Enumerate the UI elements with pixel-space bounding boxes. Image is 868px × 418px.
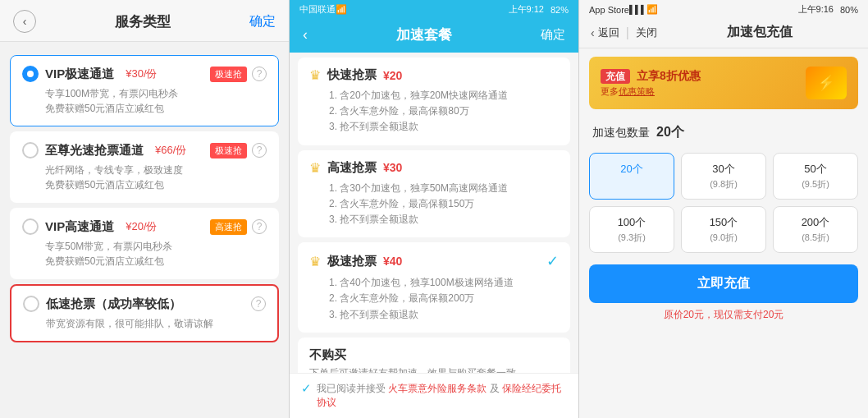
panel3-back-button[interactable]: 返回 <box>598 25 619 40</box>
ticket-extreme[interactable]: ♛ 极速抢票 ¥40 ✓ 1. 含40个加速包，独享100M极速网络通道 2. … <box>298 242 570 333</box>
service-card-supreme[interactable]: 至尊光速抢票通道 ¥66/份 极速抢 ? 光纤网络，专线专享，极致速度免费获赠5… <box>10 131 279 203</box>
pkg-100-discount: (9.3折) <box>595 232 669 244</box>
panel2-statusbar: 中国联通 📶 上午9:12 82% <box>290 0 578 17</box>
panel2-body: ♛ 快速抢票 ¥20 1. 含20个加速包，独享20M快速网络通道 2. 含火车… <box>290 53 578 373</box>
panel2-back-button[interactable]: ‹ <box>303 26 308 44</box>
ticket-name-high: 高速抢票 <box>327 160 377 176</box>
question-icon-supreme[interactable]: ? <box>252 143 267 158</box>
pkg-200-label: 200个 <box>779 215 852 230</box>
ticket-price-high: ¥30 <box>383 161 402 174</box>
package-grid: 20个 30个 (9.8折) 50个 (9.5折) 100个 (9.3折) 15… <box>589 153 858 253</box>
promo-badge: 充值 <box>601 69 630 84</box>
pkg-100[interactable]: 100个 (9.3折) <box>589 206 674 253</box>
ticket-fast[interactable]: ♛ 快速抢票 ¥20 1. 含20个加速包，独享20M快速网络通道 2. 含火车… <box>298 57 570 145</box>
service-card-vip-extreme[interactable]: VIP极速通道 ¥30/份 极速抢 ? 专享100M带宽，有票闪电秒杀免费获赠5… <box>10 55 279 126</box>
agree-text: 我已阅读并接受 火车票意外险服务条款 及 保险经纪委托协议 <box>317 382 567 410</box>
crown-icon-high: ♛ <box>309 160 321 176</box>
promo-headline: 立享8折优惠 <box>637 69 701 82</box>
no-buy-title: 不购买 <box>309 347 559 363</box>
panel1-back-button[interactable]: ‹ <box>13 10 36 33</box>
pkg-20[interactable]: 20个 <box>589 153 674 200</box>
service-name-vip-high: VIP高速通道 <box>45 219 114 235</box>
crown-icon-fast: ♛ <box>309 67 321 83</box>
panel1-confirm-button[interactable]: 确定 <box>249 13 276 30</box>
carrier-label: 中国联通 <box>299 3 336 16</box>
service-desc-vip-high: 专享50M带宽，有票闪电秒杀免费获赠50元酒店立减红包 <box>22 239 267 269</box>
tag-high-speed: 高速抢 <box>210 219 247 235</box>
panel-service-type: ‹ 服务类型 确定 VIP极速通道 ¥30/份 极速抢 ? 专享100M带宽，有… <box>0 0 290 418</box>
qty-value: 20个 <box>656 124 684 141</box>
radio-vip-high[interactable] <box>22 218 39 235</box>
ticket-price-extreme: ¥40 <box>383 255 402 268</box>
no-buy-desc: 下单后可邀请好友帮加速，效果与购买套餐一致 <box>309 366 559 373</box>
time-label: 上午9:12 <box>509 3 544 16</box>
battery-label: 82% <box>550 5 569 15</box>
service-desc-vip-extreme: 专享100M带宽，有票闪电秒杀免费获赠50元酒店立减红包 <box>22 86 267 116</box>
panel3-header: ‹ 返回 | 关闭 加速包充值 <box>579 17 868 48</box>
pkg-50-discount: (9.5折) <box>779 178 852 191</box>
promo-banner[interactable]: 充值 立享8折优惠 更多优惠策略 ⚡ <box>589 57 858 109</box>
pkg-150-discount: (9.0折) <box>687 232 761 244</box>
panel1-body: VIP极速通道 ¥30/份 极速抢 ? 专享100M带宽，有票闪电秒杀免费获赠5… <box>0 42 289 418</box>
ticket-desc-high: 1. 含30个加速包，独享50M高速网络通道 2. 含火车意外险，最高保额150… <box>309 181 559 228</box>
question-icon-low-speed[interactable]: ? <box>251 296 266 311</box>
radio-vip-extreme[interactable] <box>22 66 39 82</box>
service-price-vip-high: ¥20/份 <box>126 219 157 234</box>
panel2-confirm-button[interactable]: 确定 <box>541 27 565 43</box>
service-name-supreme: 至尊光速抢票通道 <box>45 143 144 158</box>
ticket-name-fast: 快速抢票 <box>327 67 377 83</box>
ticket-name-extreme: 极速抢票 <box>327 254 377 269</box>
panel3-title: 加速包充值 <box>727 24 793 41</box>
panel2-title: 加速套餐 <box>396 25 452 44</box>
recharge-button[interactable]: 立即充值 <box>589 264 858 303</box>
crown-icon-extreme: ♛ <box>309 254 321 269</box>
ticket-price-fast: ¥20 <box>383 69 402 82</box>
question-icon-extreme[interactable]: ? <box>252 67 267 81</box>
nav-divider: | <box>626 25 629 40</box>
pkg-50[interactable]: 50个 (9.5折) <box>773 153 858 200</box>
service-card-low-speed[interactable]: 低速抢票（成功率较低） ? 带宽资源有限，很可能排队，敬请谅解 <box>10 284 279 342</box>
wifi-icon-p3: 📶 <box>646 4 658 15</box>
pkg-50-label: 50个 <box>779 162 852 177</box>
link-accident-insurance[interactable]: 火车票意外险服务条款 <box>388 383 487 394</box>
ticket-desc-fast: 1. 含20个加速包，独享20M快速网络通道 2. 含火车意外险，最高保额80万… <box>309 88 559 136</box>
panel-speed-package: 中国联通 📶 上午9:12 82% ‹ 加速套餐 确定 ♛ 快速抢票 ¥20 1… <box>290 0 579 418</box>
pkg-150-label: 150个 <box>687 215 761 230</box>
qty-label: 加速包数量 <box>592 126 650 140</box>
promo-title: 充值 立享8折优惠 <box>601 69 701 84</box>
battery-label-p3: 80% <box>840 5 858 15</box>
pkg-30[interactable]: 30个 (9.8折) <box>681 153 766 200</box>
promo-sub: 更多优惠策略 <box>601 85 701 98</box>
service-name-vip-extreme: VIP极速通道 <box>45 67 114 82</box>
agree-check-icon: ✓ <box>301 381 312 396</box>
promo-strategy-link[interactable]: 优惠策略 <box>619 86 655 96</box>
panel3-statusbar: App Store ▌▌▌ 📶 上午9:16 80% <box>579 0 868 17</box>
panel1-title: 服务类型 <box>115 12 171 31</box>
panel2-footer: ✓ 我已阅读并接受 火车票意外险服务条款 及 保险经纪委托协议 <box>290 373 578 418</box>
time-label-p3: 上午9:16 <box>798 3 834 16</box>
pkg-200[interactable]: 200个 (8.5折) <box>773 206 858 253</box>
pkg-100-label: 100个 <box>595 215 669 230</box>
tag-hot-extreme: 极速抢 <box>210 67 247 82</box>
signal-icon: ▌▌▌ <box>629 5 646 14</box>
promo-image: ⚡ <box>806 67 847 99</box>
panel3-body: 充值 立享8折优惠 更多优惠策略 ⚡ 加速包数量 20个 20个 30个 (9.… <box>579 48 868 418</box>
service-desc-supreme: 光纤网络，专线专享，极致速度免费获赠50元酒店立减红包 <box>22 163 267 192</box>
panel2-header: ‹ 加速套餐 确定 <box>290 17 578 53</box>
pkg-150[interactable]: 150个 (9.0折) <box>681 206 766 253</box>
wifi-icon: 📶 <box>336 4 347 15</box>
radio-supreme[interactable] <box>22 142 39 158</box>
service-card-vip-high[interactable]: VIP高速通道 ¥20/份 高速抢 ? 专享50M带宽，有票闪电秒杀免费获赠50… <box>10 208 279 279</box>
ticket-desc-extreme: 1. 含40个加速包，独享100M极速网络通道 2. 含火车意外险，最高保额20… <box>309 275 559 323</box>
radio-low-speed[interactable] <box>23 296 39 312</box>
service-desc-low-speed: 带宽资源有限，很可能排队，敬请谅解 <box>23 316 266 331</box>
ticket-high[interactable]: ♛ 高速抢票 ¥30 1. 含30个加速包，独享50M高速网络通道 2. 含火车… <box>298 150 570 238</box>
pkg-30-discount: (9.8折) <box>687 178 761 191</box>
panel-recharge: App Store ▌▌▌ 📶 上午9:16 80% ‹ 返回 | 关闭 加速包… <box>579 0 868 418</box>
no-buy-option[interactable]: 不购买 下单后可邀请好友帮加速，效果与购买套餐一致 <box>298 338 570 373</box>
tag-hot-supreme: 极速抢 <box>210 143 247 158</box>
pkg-200-discount: (8.5折) <box>779 232 852 244</box>
panel3-close-button[interactable]: 关闭 <box>636 25 657 40</box>
service-price-vip-extreme: ¥30/份 <box>126 67 157 81</box>
question-icon-vip-high[interactable]: ? <box>252 219 267 234</box>
